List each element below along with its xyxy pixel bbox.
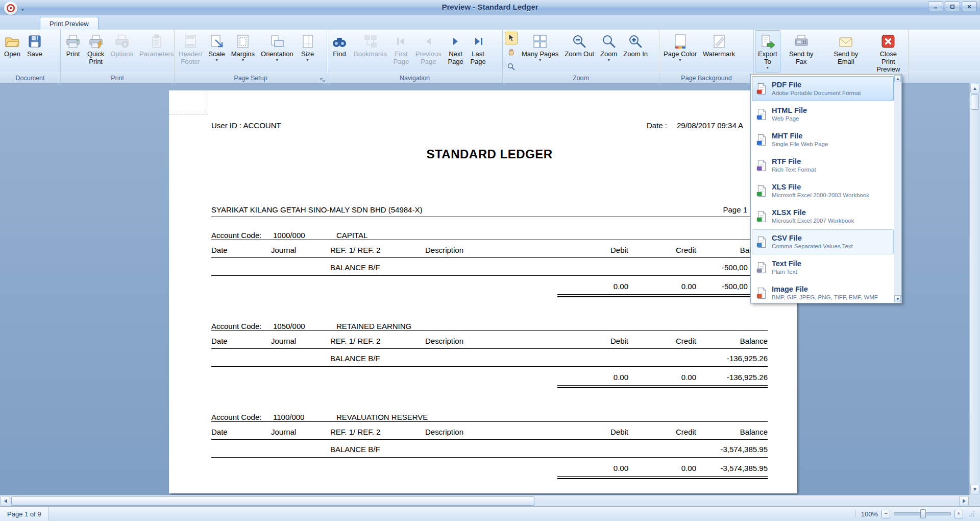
xlsx-file-icon [755,210,768,223]
hand-pan-tool[interactable] [505,46,518,59]
total-balance: -3,574,385.95 [720,464,768,472]
many-pages-button[interactable]: Many Pages ▾ [519,30,561,73]
scale-icon [209,33,225,50]
account-code-label: Account Code: [211,322,261,330]
tab-print-preview[interactable]: Print Preview [40,17,99,30]
quick-print-button[interactable]: Quick Print [84,30,107,73]
scale-button[interactable]: Scale ▾ [205,30,228,73]
minimize-button[interactable] [928,2,943,11]
margins-icon [235,33,251,50]
button-label: Bookmarks [354,50,387,58]
menu-scroll-down-icon[interactable] [894,295,901,302]
zoom-out-icon[interactable]: − [881,510,890,518]
ribbon-group-label-document: Document [0,73,60,84]
menu-item-pdf-file[interactable]: PDF FileAdobe Portable Document Format [752,76,894,101]
menu-item-title: MHT File [772,132,828,140]
zoom-slider-thumb[interactable] [920,509,926,518]
find-button[interactable]: Find [328,30,351,73]
watermark-icon [711,33,727,50]
zoom-tools [504,30,519,75]
menu-scroll-up-icon[interactable] [894,75,901,82]
mouse-pointer-tool[interactable] [505,32,518,44]
scroll-up-button[interactable] [970,84,979,93]
email-envelope-icon [838,33,854,50]
menu-item-rtf-file[interactable]: RTF FileRich Text Format [752,153,894,178]
button-label: Last Page [470,50,485,65]
close-button[interactable] [962,2,977,11]
size-button[interactable]: Size ▾ [297,30,319,73]
zoom-button[interactable]: Zoom ▾ [597,30,620,73]
button-label: Zoom Out [565,50,594,58]
col-date: Date [211,428,228,436]
horizontal-scrollbar[interactable] [0,495,969,507]
orientation-button[interactable]: Orientation ▾ [258,30,297,73]
col-journal: Journal [271,428,296,436]
open-button[interactable]: Open [1,30,23,73]
doc-user-id: User ID : ACCOUNT [211,121,281,130]
menu-item-xlsx-file[interactable]: XLSX FileMicrosoft Excel 2007 Workbook [752,204,894,229]
save-button[interactable]: Save [23,30,46,73]
menu-item-html-file[interactable]: HTML FileWeb Page [752,102,894,127]
menu-item-text-file[interactable]: Text FilePlain Text [752,255,894,280]
button-label: Header/ Footer [179,50,202,65]
account-name: RETAINED EARNING [336,322,411,330]
vertical-scroll-thumb[interactable] [971,94,979,110]
menu-item-csv-file[interactable]: CSV FileComma-Separated Values Text [752,229,894,254]
zoom-slider[interactable] [894,512,951,515]
group-label-text: Page Setup [234,75,267,82]
first-page-button: First Page [390,30,412,73]
scroll-right-button[interactable] [959,496,969,506]
watermark-button[interactable]: Watermark [700,30,738,73]
menu-item-subtitle: Plain Text [772,268,801,276]
close-print-preview-button[interactable]: Close Print Preview [870,30,907,73]
scroll-left-button[interactable] [1,496,10,506]
resize-grip[interactable] [968,510,975,517]
menu-item-image-file[interactable]: Image FileBMP, GIF, JPEG, PNG, TIFF, EMF… [752,280,894,305]
account-name: CAPITAL [336,231,368,240]
separator [855,510,855,518]
chevron-down-icon: ▾ [276,58,278,62]
magnifier-tool[interactable] [505,60,518,73]
column-header-row: Date Journal REF. 1/ REF. 2 Description … [211,246,768,255]
balance-bf-row: BALANCE B/F -500,00 [211,263,768,272]
button-label: Close Print Preview [873,50,904,73]
last-page-button[interactable]: Last Page [467,30,489,73]
col-debit: Debit [610,337,628,345]
menu-scrollbar[interactable] [894,75,901,302]
menu-item-mht-file[interactable]: MHT FileSingle File Web Page [752,127,894,152]
ribbon-group-label-page-setup: Page Setup [175,73,327,84]
export-to-button[interactable]: Export To ▾ [755,30,780,73]
horizontal-scroll-thumb[interactable] [11,496,534,506]
zoom-in-button[interactable]: Zoom In [620,30,651,73]
col-date: Date [211,246,228,254]
button-label: Send by Email [825,50,867,65]
send-by-fax-button[interactable]: Send by Fax [780,30,822,73]
page-color-button[interactable]: Page Color ▾ [660,30,700,73]
margins-button[interactable]: Margins ▾ [228,30,258,73]
menu-item-subtitle: Rich Text Format [772,165,816,174]
menu-item-xls-file[interactable]: XLS FileMicrosoft Excel 2000-2003 Workbo… [752,178,894,203]
vertical-scrollbar[interactable] [969,83,980,495]
print-button[interactable]: Print [62,30,84,73]
chevron-down-icon: ▾ [307,58,309,62]
zoom-out-button[interactable]: Zoom Out [561,30,597,73]
button-label: Save [27,50,42,58]
next-page-button[interactable]: Next Page [445,30,467,73]
ribbon-group-label-page-background: Page Background [659,73,753,84]
export-to-dropdown: PDF FileAdobe Portable Document Format H… [750,74,902,303]
total-debit: 0.00 [614,282,628,291]
button-label: Previous Page [415,50,442,65]
maximize-button[interactable] [945,2,960,11]
previous-page-icon [420,33,436,50]
ribbon-group-label-zoom: Zoom [503,73,659,84]
zoom-in-icon[interactable]: + [954,510,963,518]
col-credit: Credit [676,428,696,436]
send-by-email-button[interactable]: Send by Email [822,30,870,73]
page-setup-dialog-launcher-icon[interactable] [320,76,325,81]
scroll-down-button[interactable] [970,485,979,494]
fax-icon [793,33,810,50]
total-balance: -136,925.26 [727,373,768,382]
button-label: Scale [208,50,225,58]
report-title: STANDARD LEDGER [211,147,768,161]
button-label: Zoom [600,50,617,58]
